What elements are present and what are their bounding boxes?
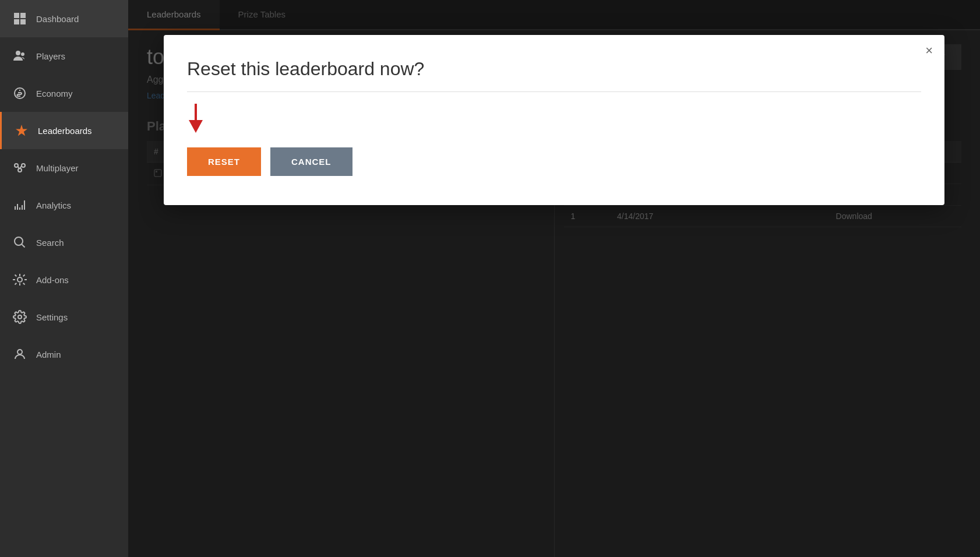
sidebar-item-search[interactable]: Search <box>0 224 128 261</box>
admin-icon <box>12 346 28 362</box>
svg-point-4 <box>16 51 20 55</box>
leaderboards-icon <box>13 122 30 139</box>
sidebar-item-dashboard[interactable]: Dashboard <box>0 0 128 37</box>
svg-point-8 <box>22 164 25 167</box>
svg-point-5 <box>21 52 24 56</box>
modal-close-button[interactable]: × <box>925 44 933 57</box>
modal-title: Reset this leaderboard now? <box>187 58 921 80</box>
svg-point-11 <box>17 277 22 282</box>
sidebar-label-settings: Settings <box>36 312 68 322</box>
cancel-button[interactable]: CANCEL <box>270 147 352 176</box>
sidebar-item-multiplayer[interactable]: Multiplayer <box>0 149 128 186</box>
sidebar-label-admin: Admin <box>36 350 61 359</box>
svg-point-13 <box>17 350 22 354</box>
sidebar-label-economy: Economy <box>36 89 73 98</box>
search-icon <box>12 234 28 251</box>
sidebar-item-analytics[interactable]: Analytics <box>0 186 128 224</box>
modal-buttons: RESET CANCEL <box>187 147 921 176</box>
main-content: Leaderboards Prize Tables tournamentScor… <box>128 0 980 557</box>
modal-overlay: × Reset this leaderboard now? RESET CANC… <box>128 0 980 557</box>
down-arrow-icon <box>187 104 921 136</box>
sidebar-item-players[interactable]: Players <box>0 37 128 75</box>
svg-point-12 <box>18 315 22 319</box>
svg-marker-17 <box>189 120 203 133</box>
sidebar-label-analytics: Analytics <box>36 200 71 210</box>
sidebar-item-addons[interactable]: Add-ons <box>0 261 128 298</box>
svg-rect-1 <box>20 13 26 18</box>
modal-divider <box>187 91 921 92</box>
sidebar-label-addons: Add-ons <box>36 275 69 285</box>
sidebar-label-leaderboards: Leaderboards <box>38 126 92 136</box>
reset-modal: × Reset this leaderboard now? RESET CANC… <box>164 35 944 205</box>
analytics-icon <box>12 197 28 213</box>
sidebar-label-dashboard: Dashboard <box>36 14 79 24</box>
dashboard-icon <box>12 10 28 27</box>
sidebar-item-admin[interactable]: Admin <box>0 336 128 373</box>
addons-icon <box>12 272 28 288</box>
sidebar-item-settings[interactable]: Settings <box>0 298 128 336</box>
economy-icon <box>12 85 28 101</box>
multiplayer-icon <box>12 160 28 176</box>
sidebar-label-search: Search <box>36 238 64 248</box>
sidebar-item-leaderboards[interactable]: Leaderboards <box>0 112 128 149</box>
players-icon <box>12 48 28 64</box>
svg-rect-3 <box>20 19 26 24</box>
sidebar-label-players: Players <box>36 51 65 61</box>
settings-icon <box>12 309 28 325</box>
svg-point-10 <box>15 237 23 245</box>
sidebar-label-multiplayer: Multiplayer <box>36 163 79 173</box>
sidebar: Dashboard Players Economy Leaderboards M… <box>0 0 128 557</box>
svg-rect-0 <box>14 13 19 18</box>
svg-rect-2 <box>14 19 19 24</box>
reset-confirm-button[interactable]: RESET <box>187 147 261 176</box>
sidebar-item-economy[interactable]: Economy <box>0 75 128 112</box>
